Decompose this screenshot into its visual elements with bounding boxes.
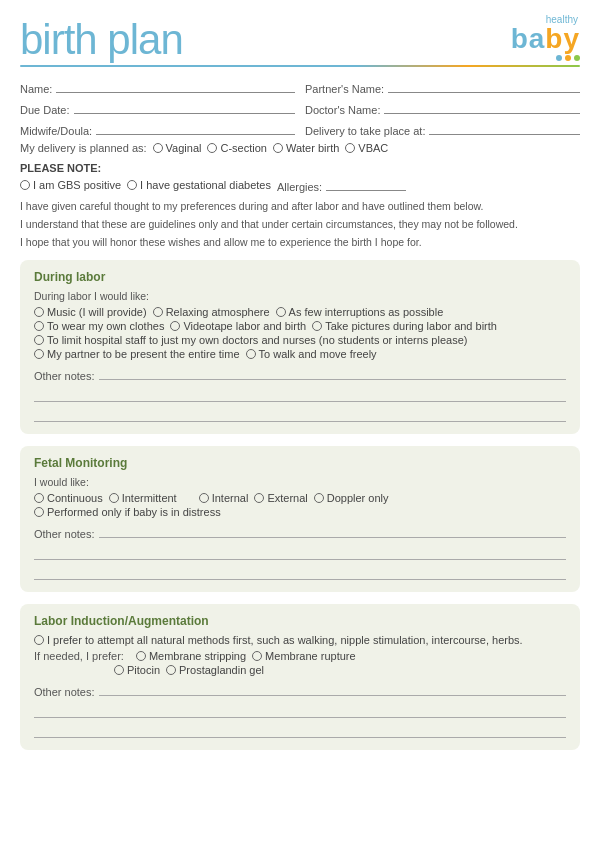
radio-music[interactable]: [34, 307, 44, 317]
radio-membrane-rupture[interactable]: [252, 651, 262, 661]
fetal-monitoring-options: Continuous Intermittent Internal Externa…: [34, 492, 566, 518]
allergies-label: Allergies:: [277, 181, 322, 193]
option-prostaglandin[interactable]: Prostaglandin gel: [166, 664, 264, 676]
option-pitocin[interactable]: Pitocin: [114, 664, 160, 676]
radio-membrane-stripping[interactable]: [136, 651, 146, 661]
option-pictures[interactable]: Take pictures during labor and birth: [312, 320, 497, 332]
option-membrane-stripping[interactable]: Membrane stripping: [136, 650, 246, 662]
option-pitocin-label: Pitocin: [127, 664, 160, 676]
radio-continuous[interactable]: [34, 493, 44, 503]
option-relaxing[interactable]: Relaxing atmosphere: [153, 306, 270, 318]
radio-prostaglandin[interactable]: [166, 665, 176, 675]
header: birth plan healthy baby: [20, 15, 580, 61]
radio-vaginal[interactable]: [153, 143, 163, 153]
radio-vbac[interactable]: [345, 143, 355, 153]
radio-gbs[interactable]: [20, 180, 30, 190]
dot-orange: [565, 55, 571, 61]
radio-limit-staff[interactable]: [34, 335, 44, 345]
radio-internal[interactable]: [199, 493, 209, 503]
option-water-birth-label: Water birth: [286, 142, 339, 154]
option-membrane-rupture-label: Membrane rupture: [265, 650, 356, 662]
dot-blue: [556, 55, 562, 61]
induction-notes-line-2[interactable]: [34, 704, 566, 718]
during-labor-row-2: To wear my own clothes Videotape labor a…: [34, 320, 566, 332]
fetal-row-1: Continuous Intermittent Internal Externa…: [34, 492, 566, 504]
option-own-clothes[interactable]: To wear my own clothes: [34, 320, 164, 332]
radio-partner-present[interactable]: [34, 349, 44, 359]
radio-pictures[interactable]: [312, 321, 322, 331]
during-labor-row-4: My partner to be present the entire time…: [34, 348, 566, 360]
option-csection-label: C-section: [220, 142, 266, 154]
midwife-input[interactable]: [96, 121, 295, 135]
during-labor-notes-line-3[interactable]: [34, 408, 566, 422]
midwife-group: Midwife/Doula:: [20, 121, 295, 137]
option-external[interactable]: External: [254, 492, 307, 504]
option-vbac-label: VBAC: [358, 142, 388, 154]
radio-external[interactable]: [254, 493, 264, 503]
option-music-label: Music (I will provide): [47, 306, 147, 318]
doctors-name-group: Doctor's Name:: [305, 100, 580, 116]
induction-notes-label: Other notes:: [34, 686, 95, 698]
delivery-place-label: Delivery to take place at:: [305, 125, 425, 137]
radio-diabetes[interactable]: [127, 180, 137, 190]
option-distress-only[interactable]: Performed only if baby is in distress: [34, 506, 221, 518]
doctors-name-input[interactable]: [384, 100, 580, 114]
header-divider: [20, 65, 580, 67]
option-water-birth[interactable]: Water birth: [273, 142, 339, 154]
diabetes-option[interactable]: I have gestational diabetes: [127, 179, 271, 191]
during-labor-row-1: Music (I will provide) Relaxing atmosphe…: [34, 306, 566, 318]
option-doppler-only[interactable]: Doppler only: [314, 492, 389, 504]
option-videotape[interactable]: Videotape labor and birth: [170, 320, 306, 332]
radio-natural-methods[interactable]: [34, 635, 44, 645]
option-intermittent-label: Intermittent: [122, 492, 177, 504]
option-few-interruptions[interactable]: As few interruptions as possible: [276, 306, 444, 318]
option-music[interactable]: Music (I will provide): [34, 306, 147, 318]
radio-water-birth[interactable]: [273, 143, 283, 153]
radio-walk-move[interactable]: [246, 349, 256, 359]
partners-name-input[interactable]: [388, 79, 580, 93]
radio-relaxing[interactable]: [153, 307, 163, 317]
delivery-place-input[interactable]: [429, 121, 580, 135]
radio-videotape[interactable]: [170, 321, 180, 331]
gbs-option[interactable]: I am GBS positive: [20, 179, 121, 191]
fetal-notes-line-2[interactable]: [34, 546, 566, 560]
form-row-3: Midwife/Doula: Delivery to take place at…: [20, 121, 580, 137]
option-partner-present[interactable]: My partner to be present the entire time: [34, 348, 240, 360]
radio-distress-only[interactable]: [34, 507, 44, 517]
during-labor-row-3: To limit hospital staff to just my own d…: [34, 334, 566, 346]
option-walk-move[interactable]: To walk and move freely: [246, 348, 377, 360]
option-intermittent[interactable]: Intermittent: [109, 492, 177, 504]
option-walk-move-label: To walk and move freely: [259, 348, 377, 360]
induction-notes-line-3[interactable]: [34, 724, 566, 738]
allergies-input[interactable]: [326, 177, 406, 191]
option-vbac[interactable]: VBAC: [345, 142, 388, 154]
option-limit-staff[interactable]: To limit hospital staff to just my own d…: [34, 334, 467, 346]
option-csection[interactable]: C-section: [207, 142, 266, 154]
option-vaginal[interactable]: Vaginal: [153, 142, 202, 154]
option-natural-methods-label: I prefer to attempt all natural methods …: [47, 634, 523, 646]
section-during-labor: During labor During labor I would like: …: [20, 260, 580, 434]
radio-csection[interactable]: [207, 143, 217, 153]
fetal-notes-input[interactable]: [99, 524, 566, 538]
radio-own-clothes[interactable]: [34, 321, 44, 331]
option-few-interruptions-label: As few interruptions as possible: [289, 306, 444, 318]
radio-few-interruptions[interactable]: [276, 307, 286, 317]
induction-notes-input[interactable]: [99, 682, 566, 696]
intro-para-1: I have given careful thought to my prefe…: [20, 199, 580, 215]
intro-para-2: I understand that these are guidelines o…: [20, 217, 580, 233]
option-relaxing-label: Relaxing atmosphere: [166, 306, 270, 318]
radio-intermittent[interactable]: [109, 493, 119, 503]
option-membrane-rupture[interactable]: Membrane rupture: [252, 650, 356, 662]
during-labor-notes-input[interactable]: [99, 366, 566, 380]
option-continuous[interactable]: Continuous: [34, 492, 103, 504]
radio-pitocin[interactable]: [114, 665, 124, 675]
name-group: Name:: [20, 79, 295, 95]
due-date-input[interactable]: [74, 100, 295, 114]
radio-doppler-only[interactable]: [314, 493, 324, 503]
option-natural-methods[interactable]: I prefer to attempt all natural methods …: [34, 634, 523, 646]
option-videotape-label: Videotape labor and birth: [183, 320, 306, 332]
option-internal[interactable]: Internal: [199, 492, 249, 504]
fetal-notes-line-3[interactable]: [34, 566, 566, 580]
during-labor-notes-line-2[interactable]: [34, 388, 566, 402]
name-input[interactable]: [56, 79, 295, 93]
